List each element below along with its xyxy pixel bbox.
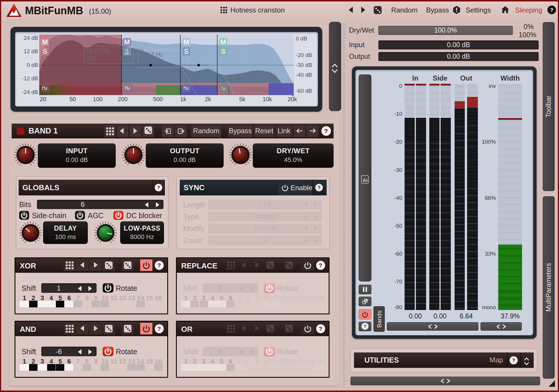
svg-text:C3: C3 — [120, 55, 128, 61]
svg-text:5k: 5k — [239, 96, 245, 102]
svg-text:M: M — [124, 38, 130, 46]
svg-text:G#1: G#1 — [86, 55, 97, 61]
svg-text:0 dB: 0 dB — [27, 62, 38, 68]
svg-text:S: S — [184, 47, 188, 55]
svg-text:1k: 1k — [180, 96, 186, 102]
svg-text:222.7 Hz: 222.7 Hz — [140, 51, 163, 58]
svg-text:100: 100 — [93, 96, 102, 102]
svg-text:B6: B6 — [220, 83, 227, 90]
svg-text:200: 200 — [118, 96, 127, 102]
svg-text:24 dB: 24 dB — [24, 35, 38, 41]
svg-text:0 dB: 0 dB — [296, 35, 307, 42]
svg-text:-40 dB: -40 dB — [296, 72, 312, 78]
svg-text:1981 Hz: 1981 Hz — [220, 76, 242, 82]
svg-text:50: 50 — [70, 96, 76, 102]
svg-text:10k: 10k — [263, 96, 272, 102]
svg-text:-30 dB: -30 dB — [296, 62, 312, 68]
svg-text:20k: 20k — [288, 96, 297, 102]
svg-text:A3: A3 — [140, 59, 147, 65]
svg-text:-60 dB: -60 dB — [296, 88, 312, 94]
svg-text:50.70 Hz: 50.70 Hz — [86, 47, 109, 54]
svg-text:M: M — [184, 38, 189, 46]
svg-text:2k: 2k — [205, 96, 211, 102]
svg-text:500: 500 — [153, 96, 163, 102]
svg-text:20: 20 — [40, 96, 46, 102]
svg-text:12 dB: 12 dB — [24, 48, 38, 54]
svg-text:-24 dB: -24 dB — [22, 89, 38, 95]
svg-text:-20 dB: -20 dB — [296, 52, 312, 58]
svg-text:M: M — [42, 38, 48, 46]
svg-text:S: S — [221, 47, 225, 55]
svg-text:S: S — [42, 47, 47, 55]
svg-text:-12 dB: -12 dB — [22, 75, 38, 81]
svg-text:M: M — [220, 38, 226, 46]
